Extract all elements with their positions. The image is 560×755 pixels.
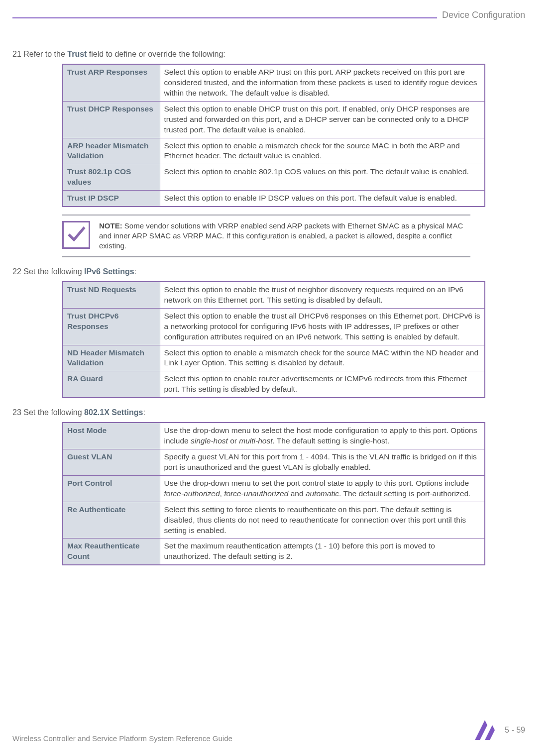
note-body: Some vendor solutions with VRRP enabled … — [99, 221, 463, 250]
step-suffix: : — [134, 267, 136, 276]
setting-label: RA Guard — [63, 371, 160, 398]
step-bold: 802.1X Settings — [84, 408, 143, 417]
header-title: Device Configuration — [437, 10, 525, 20]
step-prefix: Refer to the — [23, 50, 67, 58]
ipv6-table: Trust ND RequestsSelect this option to e… — [62, 281, 485, 398]
setting-description: Select this option to enable the trust a… — [160, 308, 485, 345]
setting-label: Max Reauthenticate Count — [63, 539, 160, 565]
page-footer: Wireless Controller and Service Platform… — [12, 718, 525, 743]
setting-description: Select this option to enable 802.1p COS … — [160, 164, 485, 191]
footer-right: 5 - 59 — [472, 718, 525, 743]
setting-description: Select this option to enable ARP trust o… — [160, 64, 485, 101]
setting-label: Re Authenticate — [63, 502, 160, 539]
setting-description: Specify a guest VLAN for this port from … — [160, 449, 485, 476]
footer-guide-title: Wireless Controller and Service Platform… — [12, 734, 232, 743]
setting-label: Trust IP DSCP — [63, 191, 160, 207]
table-row: Max Reauthenticate CountSet the maximum … — [63, 539, 485, 565]
setting-label: Trust DHCPv6 Responses — [63, 308, 160, 345]
table-row: Trust 802.1p COS valuesSelect this optio… — [63, 164, 485, 191]
step-bold: IPv6 Settings — [84, 267, 134, 276]
step-num: 22 — [12, 267, 21, 276]
table-row: Trust ARP ResponsesSelect this option to… — [63, 64, 485, 101]
trust-table: Trust ARP ResponsesSelect this option to… — [62, 64, 485, 207]
step-num: 21 — [12, 50, 21, 58]
step-22-text: 22 Set the following IPv6 Settings: — [12, 267, 525, 276]
logo-icon — [472, 718, 497, 743]
dot1x-table: Host ModeUse the drop-down menu to selec… — [62, 422, 485, 565]
page-number: 5 - 59 — [505, 726, 525, 735]
table-row: Trust DHCPv6 ResponsesSelect this option… — [63, 308, 485, 345]
table-row: Port ControlUse the drop-down menu to se… — [63, 475, 485, 502]
setting-label: Host Mode — [63, 423, 160, 449]
step-23-text: 23 Set the following 802.1X Settings: — [12, 408, 525, 417]
setting-label: ND Header Mismatch Validation — [63, 345, 160, 371]
step-prefix: Set the following — [21, 408, 84, 417]
table-row: Guest VLANSpecify a guest VLAN for this … — [63, 449, 485, 476]
step-prefix: Set the following — [21, 267, 84, 276]
step-bold: Trust — [67, 50, 87, 58]
setting-label: Trust ND Requests — [63, 282, 160, 308]
setting-description: Select this option to enable DHCP trust … — [160, 101, 485, 138]
table-row: Re AuthenticateSelect this setting to fo… — [63, 502, 485, 539]
note-box: NOTE: Some vendor solutions with VRRP en… — [62, 215, 470, 257]
setting-description: Use the drop-down menu to select the hos… — [160, 423, 485, 449]
setting-description: Select this option to enable the trust o… — [160, 282, 485, 308]
setting-label: Port Control — [63, 475, 160, 502]
setting-description: Select this setting to force clients to … — [160, 502, 485, 539]
table-row: RA GuardSelect this option to enable rou… — [63, 371, 485, 398]
table-row: ND Header Mismatch ValidationSelect this… — [63, 345, 485, 371]
step-21-text: 21 Refer to the Trust field to define or… — [12, 50, 525, 59]
trust-table-body: Trust ARP ResponsesSelect this option to… — [63, 64, 485, 207]
note-text: NOTE: Some vendor solutions with VRRP en… — [99, 221, 470, 251]
setting-description: Select this option to enable router adve… — [160, 371, 485, 398]
table-row: ARP header Mismatch ValidationSelect thi… — [63, 138, 485, 164]
setting-description: Use the drop-down menu to set the port c… — [160, 475, 485, 502]
checkmark-icon — [62, 221, 90, 249]
dot1x-table-body: Host ModeUse the drop-down menu to selec… — [63, 423, 485, 565]
setting-label: Trust 802.1p COS values — [63, 164, 160, 191]
note-hr-bottom — [62, 256, 470, 257]
table-row: Host ModeUse the drop-down menu to selec… — [63, 423, 485, 449]
setting-description: Select this option to enable a mismatch … — [160, 345, 485, 371]
setting-description: Select this option to enable IP DSCP val… — [160, 191, 485, 207]
table-row: Trust ND RequestsSelect this option to e… — [63, 282, 485, 308]
table-row: Trust DHCP ResponsesSelect this option t… — [63, 101, 485, 138]
setting-description: Set the maximum reauthentication attempt… — [160, 539, 485, 565]
step-suffix: field to define or override the followin… — [87, 50, 225, 58]
table-row: Trust IP DSCPSelect this option to enabl… — [63, 191, 485, 207]
note-inner: NOTE: Some vendor solutions with VRRP en… — [62, 217, 470, 255]
document-page: Device Configuration 21 Refer to the Tru… — [0, 0, 560, 755]
ipv6-table-body: Trust ND RequestsSelect this option to e… — [63, 282, 485, 398]
page-header: Device Configuration — [12, 10, 525, 35]
setting-label: Guest VLAN — [63, 449, 160, 476]
setting-description: Select this option to enable a mismatch … — [160, 138, 485, 164]
step-suffix: : — [143, 408, 145, 417]
step-num: 23 — [12, 408, 21, 417]
note-hr-top — [62, 215, 470, 216]
setting-label: ARP header Mismatch Validation — [63, 138, 160, 164]
note-label: NOTE: — [99, 221, 122, 230]
setting-label: Trust ARP Responses — [63, 64, 160, 101]
setting-label: Trust DHCP Responses — [63, 101, 160, 138]
